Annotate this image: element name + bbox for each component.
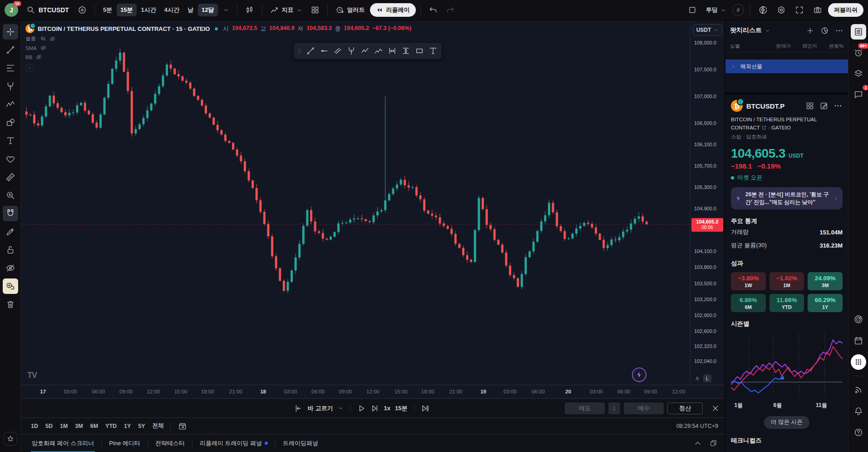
tab-Pine 에디터[interactable]: Pine 에디터 <box>102 434 148 452</box>
text-tool-button[interactable] <box>427 45 439 57</box>
perf-tile-YTD[interactable]: 11.66%YTD <box>769 294 804 312</box>
calendar-button[interactable] <box>851 333 866 348</box>
perf-tile-6M[interactable]: 6.86%6M <box>731 294 766 312</box>
fib-tool-button[interactable] <box>3 60 18 76</box>
select-bar-icon[interactable] <box>294 404 303 413</box>
notifications-button[interactable] <box>851 403 866 419</box>
range-1Y[interactable]: 1Y <box>120 423 134 429</box>
snapshot-button[interactable] <box>810 3 825 17</box>
range-전체[interactable]: 전체 <box>149 422 168 430</box>
chart-title[interactable]: BITCOIN / TETHERUS PERPETUAL CONTRACT · … <box>38 25 210 32</box>
chevron-down-icon[interactable] <box>764 28 770 34</box>
fullscreen-button[interactable] <box>792 3 807 17</box>
pattern-tool-button[interactable] <box>3 97 18 112</box>
horizontal-ray-button[interactable] <box>318 45 330 57</box>
timeframe-날[interactable]: 날 <box>184 4 197 16</box>
more-options-icon[interactable] <box>833 101 843 110</box>
indicator-templates-button[interactable] <box>307 3 323 17</box>
indicator-label[interactable]: 볼륨 · 틱 <box>25 35 46 42</box>
chevron-down-icon[interactable] <box>337 405 343 411</box>
column-심볼[interactable]: 심볼 <box>730 43 764 50</box>
column-현재가[interactable]: 현재가 <box>764 43 791 50</box>
quantity-field[interactable]: 1 <box>608 402 620 414</box>
trend-line-button[interactable] <box>304 45 317 57</box>
watchlist-group-row[interactable]: 해외선물 <box>725 60 848 73</box>
timeframe-12달[interactable]: 12달 <box>198 4 217 16</box>
more-seasons-button[interactable]: 더 많은 시즌 <box>764 416 809 429</box>
apps-grid-button[interactable] <box>851 354 866 370</box>
trendline-tool-button[interactable] <box>3 42 18 58</box>
tab-리플레이 트레이딩 패널[interactable]: 리플레이 트레이딩 패널 <box>192 434 275 452</box>
indicators-button[interactable]: 지표 <box>267 3 306 17</box>
range-1D[interactable]: 1D <box>27 423 42 429</box>
trash-tool-button[interactable] <box>3 297 18 312</box>
publish-button[interactable]: 퍼블리쉬 <box>828 3 863 17</box>
step-forward-icon[interactable] <box>370 404 379 413</box>
chat-panel-button[interactable]: 1 <box>851 87 866 102</box>
detail-symbol[interactable]: BTCUSDT.P <box>746 102 784 110</box>
rectangle-button[interactable] <box>413 45 426 57</box>
perf-tile-1Y[interactable]: 60.29%1Y <box>808 294 843 312</box>
eye-off-icon[interactable] <box>40 45 47 51</box>
replay-speed[interactable]: 1x <box>384 405 390 412</box>
indicator-label[interactable]: SMA <box>25 45 37 51</box>
alerts-panel-button[interactable]: 99+ <box>851 45 866 60</box>
ruler-tool-button[interactable] <box>3 169 18 185</box>
external-link-icon[interactable] <box>761 125 767 130</box>
portfolio-pie-icon[interactable] <box>820 26 829 35</box>
range-5D[interactable]: 5D <box>42 423 56 429</box>
perf-tile-1W[interactable]: −3.80%1W <box>731 272 766 290</box>
auto-scale-toggle[interactable]: A <box>693 374 701 382</box>
jump-to-end-icon[interactable] <box>420 404 429 413</box>
expand-panel-icon[interactable] <box>693 439 702 448</box>
add-symbol-icon[interactable] <box>806 26 814 35</box>
timeframe-5분[interactable]: 5분 <box>99 4 116 16</box>
help-button[interactable] <box>851 425 866 440</box>
chart-style-button[interactable] <box>242 3 257 17</box>
drag-handle-icon[interactable] <box>296 46 303 55</box>
layout-name-button[interactable]: 투딩 <box>703 3 730 17</box>
clock-timezone[interactable]: 08:29:54 UTC+9 <box>676 423 718 429</box>
eye-off-tool-button[interactable] <box>3 260 18 276</box>
goto-date-icon[interactable] <box>178 422 187 431</box>
axis-currency-button[interactable]: USDT <box>693 24 722 36</box>
timeframe-menu-button[interactable] <box>220 3 232 17</box>
close-position-button[interactable]: 청산 <box>667 402 703 414</box>
magnet-tool-button[interactable] <box>3 206 18 221</box>
favorites-star-button[interactable] <box>4 432 17 446</box>
perf-tile-1M[interactable]: −1.02%1M <box>769 272 804 290</box>
edit-icon[interactable] <box>819 101 829 110</box>
parallel-channel-button[interactable] <box>331 45 344 57</box>
elliott-button[interactable] <box>372 45 385 57</box>
eye-off-icon[interactable] <box>49 35 56 42</box>
pitchfork-button[interactable] <box>345 45 358 57</box>
watchlist-panel-button[interactable] <box>851 24 866 40</box>
range-6M[interactable]: 6M <box>87 423 102 429</box>
compare-add-button[interactable] <box>74 3 90 17</box>
watchlist-title[interactable]: 왓치리스트 <box>730 26 762 35</box>
layers-panel-button[interactable] <box>851 66 866 81</box>
layout-grid-icon[interactable] <box>805 101 814 110</box>
sell-button[interactable]: 매도 <box>565 402 605 414</box>
range-1M[interactable]: 1M <box>56 423 71 429</box>
heart-tool-button[interactable] <box>3 151 18 167</box>
zigzag-button[interactable] <box>359 45 371 57</box>
column-변동%[interactable]: 변동% <box>817 43 843 50</box>
timeframe-1시간[interactable]: 1시간 <box>138 4 160 16</box>
eye-off-icon[interactable] <box>35 54 42 60</box>
timeframe-4시간[interactable]: 4시간 <box>161 4 183 16</box>
tradingview-logo[interactable]: TV <box>27 371 37 380</box>
range-3M[interactable]: 3M <box>71 423 86 429</box>
alert-button[interactable]: 얼러트 <box>332 3 368 17</box>
column-체인지[interactable]: 체인지 <box>791 43 817 50</box>
symbol-search[interactable]: BTCUSDT <box>23 3 73 17</box>
log-scale-toggle[interactable]: L <box>703 374 711 382</box>
range-5Y[interactable]: 5Y <box>134 423 148 429</box>
replay-button[interactable]: 리플레이 <box>370 3 416 17</box>
pitchfork-tool-button[interactable] <box>3 79 18 94</box>
tab-트레이딩패널[interactable]: 트레이딩패널 <box>276 434 326 452</box>
indicator-label[interactable]: BB <box>25 55 32 60</box>
undo-button[interactable] <box>425 3 441 17</box>
select-bar-label[interactable]: 바 고르기 <box>308 404 333 412</box>
redo-button[interactable] <box>443 3 458 17</box>
